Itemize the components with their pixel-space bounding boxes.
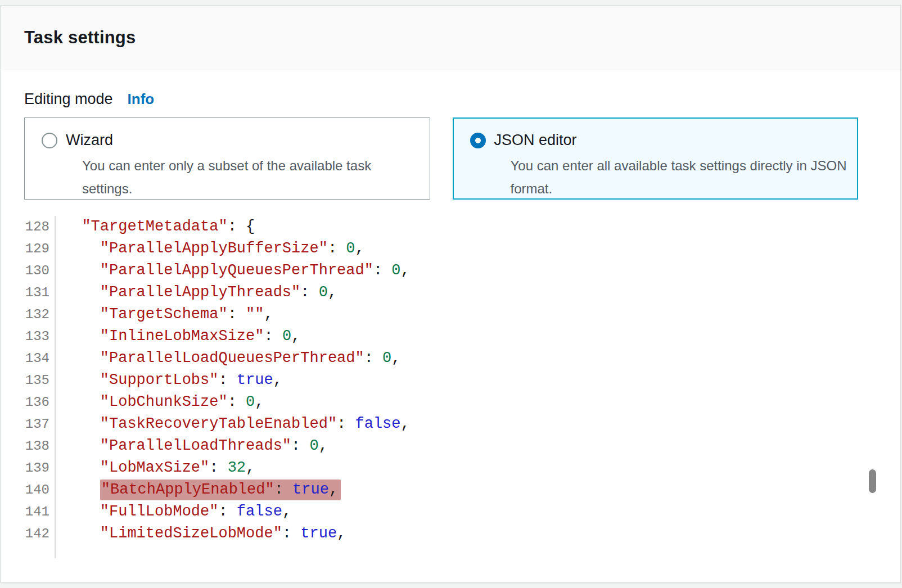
wizard-option-head: Wizard bbox=[42, 132, 424, 149]
vertical-scrollbar-thumb[interactable] bbox=[869, 469, 876, 493]
code-line-content: "LobChunkSize": 0, bbox=[56, 391, 264, 413]
editor-line: 130 "ParallelApplyQueuesPerThread": 0, bbox=[1, 260, 900, 282]
editor-line: 132 "TargetSchema": "", bbox=[1, 304, 900, 325]
page-title: Task settings bbox=[24, 28, 136, 48]
line-number: 138 bbox=[1, 435, 56, 457]
code-line-content: "TargetMetadata": { bbox=[56, 216, 255, 238]
code-line-content: "LimitedSizeLobMode": true, bbox=[56, 523, 346, 545]
line-number: 128 bbox=[1, 216, 56, 238]
editor-gutter-stub bbox=[1, 545, 900, 558]
editor-line: 141 "FullLobMode": false, bbox=[1, 501, 900, 523]
line-number: 136 bbox=[1, 391, 56, 413]
line-number: 129 bbox=[1, 238, 56, 260]
editor-line: 138 "ParallelLoadThreads": 0, bbox=[1, 435, 900, 457]
code-line-content: "BatchApplyEnabled": true, bbox=[56, 479, 341, 501]
wizard-option-description: You can enter only a subset of the avail… bbox=[82, 154, 424, 200]
highlighted-code: "BatchApplyEnabled": true, bbox=[100, 480, 341, 500]
line-number: 137 bbox=[1, 413, 56, 435]
code-line-content: "ParallelApplyQueuesPerThread": 0, bbox=[56, 260, 410, 282]
json-editor-option-head: JSON editor bbox=[470, 132, 853, 149]
editor-line: 139 "LobMaxSize": 32, bbox=[1, 457, 900, 479]
wizard-option-title: Wizard bbox=[66, 132, 113, 149]
code-line-content: "TaskRecoveryTableEnabled": false, bbox=[56, 413, 410, 435]
editor-line: 134 "ParallelLoadQueuesPerThread": 0, bbox=[1, 347, 900, 369]
code-line-content: "ParallelLoadThreads": 0, bbox=[56, 435, 328, 457]
code-line-content: "TargetSchema": "", bbox=[56, 304, 273, 325]
task-settings-panel: Task settings Editing mode Info Wizard Y… bbox=[1, 5, 901, 583]
editor-line: 140 "BatchApplyEnabled": true, bbox=[1, 479, 900, 501]
json-editor-option-description: You can enter all available task setting… bbox=[511, 154, 853, 200]
code-line-content: "ParallelApplyBufferSize": 0, bbox=[56, 238, 364, 260]
json-code-editor[interactable]: 128 "TargetMetadata": {129 "ParallelAppl… bbox=[1, 216, 900, 558]
line-number: 130 bbox=[1, 260, 56, 282]
wizard-option-card[interactable]: Wizard You can enter only a subset of th… bbox=[24, 117, 430, 200]
code-line-content: "ParallelApplyThreads": 0, bbox=[56, 282, 337, 304]
json-editor-radio-button[interactable] bbox=[470, 133, 486, 148]
editing-mode-options: Wizard You can enter only a subset of th… bbox=[24, 117, 858, 200]
line-number: 141 bbox=[1, 501, 56, 523]
line-number: 140 bbox=[1, 479, 56, 501]
code-line-content: "LobMaxSize": 32, bbox=[56, 457, 255, 479]
line-number: 131 bbox=[1, 282, 56, 304]
panel-header: Task settings bbox=[1, 6, 900, 70]
editor-line: 131 "ParallelApplyThreads": 0, bbox=[1, 282, 900, 304]
editor-line: 136 "LobChunkSize": 0, bbox=[1, 391, 900, 413]
json-editor-option-card[interactable]: JSON editor You can enter all available … bbox=[453, 117, 859, 200]
line-number: 134 bbox=[1, 347, 56, 369]
line-number: 132 bbox=[1, 304, 56, 325]
editor-line: 129 "ParallelApplyBufferSize": 0, bbox=[1, 238, 900, 260]
wizard-radio-button[interactable] bbox=[42, 133, 57, 148]
editor-line: 135 "SupportLobs": true, bbox=[1, 369, 900, 391]
editor-line: 133 "InlineLobMaxSize": 0, bbox=[1, 325, 900, 347]
panel-content: Editing mode Info Wizard You can enter o… bbox=[1, 70, 900, 558]
code-line-content: "SupportLobs": true, bbox=[56, 369, 282, 391]
editing-mode-label: Editing mode bbox=[24, 91, 113, 108]
line-number: 139 bbox=[1, 457, 56, 479]
code-line-content: "FullLobMode": false, bbox=[56, 501, 291, 523]
editor-line: 142 "LimitedSizeLobMode": true, bbox=[1, 523, 900, 545]
json-editor-option-title: JSON editor bbox=[494, 132, 577, 149]
editing-mode-row: Editing mode Info bbox=[24, 91, 900, 108]
editor-line: 137 "TaskRecoveryTableEnabled": false, bbox=[1, 413, 900, 435]
line-number: 135 bbox=[1, 369, 56, 391]
line-number: 133 bbox=[1, 325, 56, 347]
info-link[interactable]: Info bbox=[128, 91, 155, 108]
editor-line: 128 "TargetMetadata": { bbox=[1, 216, 900, 238]
code-line-content: "InlineLobMaxSize": 0, bbox=[56, 325, 300, 347]
line-number: 142 bbox=[1, 523, 56, 545]
code-line-content: "ParallelLoadQueuesPerThread": 0, bbox=[56, 347, 401, 369]
